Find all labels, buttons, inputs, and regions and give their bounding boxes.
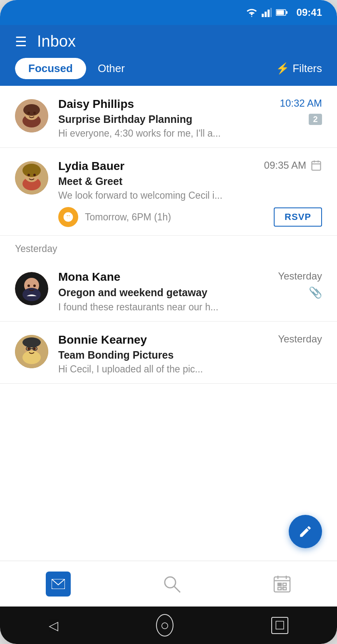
svg-text:20: 20 bbox=[280, 586, 285, 591]
svg-rect-5 bbox=[276, 10, 284, 15]
svg-rect-19 bbox=[312, 162, 321, 170]
sender-name-lydia: Lydia Bauer bbox=[58, 160, 124, 173]
svg-point-10 bbox=[23, 104, 40, 116]
bottom-nav: 20 bbox=[0, 561, 337, 607]
filters-button[interactable]: ⚡ Filters bbox=[276, 62, 322, 75]
avatar-bonnie bbox=[15, 335, 48, 368]
recents-button[interactable]: ☐ bbox=[271, 617, 288, 634]
nav-calendar-button[interactable]: 20 bbox=[273, 575, 291, 593]
svg-line-41 bbox=[174, 587, 180, 592]
calendar-nav-icon: 20 bbox=[273, 575, 291, 593]
avatar-lydia bbox=[15, 161, 48, 195]
nav-mail-button[interactable] bbox=[46, 572, 71, 597]
sender-name-daisy: Daisy Phillips bbox=[58, 97, 134, 111]
svg-point-32 bbox=[22, 351, 41, 364]
event-icon-lydia bbox=[58, 207, 78, 227]
email-subject-mona: Oregon and weekend getaway 📎 bbox=[58, 286, 322, 299]
toolbar: ☰ Inbox Focused Other ⚡ Filters bbox=[0, 25, 337, 86]
svg-point-40 bbox=[165, 577, 176, 588]
tab-row: Focused Other ⚡ Filters bbox=[15, 58, 322, 86]
status-time: 09:41 bbox=[297, 7, 322, 18]
avatar-mona bbox=[15, 272, 48, 305]
email-content-daisy: Daisy Phillips 10:32 AM Surprise Birthda… bbox=[58, 97, 322, 139]
status-icons: 09:41 bbox=[246, 7, 322, 18]
tab-focused[interactable]: Focused bbox=[15, 58, 86, 79]
email-content-bonnie: Bonnie Kearney Yesterday Team Bonding Pi… bbox=[58, 333, 322, 375]
svg-point-12 bbox=[33, 112, 36, 114]
signal-icon bbox=[262, 8, 272, 17]
battery-icon bbox=[276, 9, 287, 16]
email-time-lydia: 09:35 AM bbox=[264, 160, 306, 171]
email-list: Daisy Phillips 10:32 AM Surprise Birthda… bbox=[0, 86, 337, 561]
svg-rect-2 bbox=[268, 10, 270, 17]
email-preview-lydia: We look forward to welcoming Cecil i... bbox=[58, 190, 266, 201]
sender-name-bonnie: Bonnie Kearney bbox=[58, 333, 147, 347]
svg-rect-46 bbox=[278, 583, 281, 586]
svg-point-17 bbox=[27, 174, 30, 176]
back-button[interactable]: ◁ bbox=[49, 618, 58, 633]
email-content-lydia: Lydia Bauer 09:35 AM Meet & bbox=[58, 160, 322, 201]
email-badge-daisy: 2 bbox=[309, 114, 322, 125]
compose-fab[interactable] bbox=[289, 515, 322, 548]
email-time-mona: Yesterday bbox=[278, 270, 322, 282]
bolt-icon: ⚡ bbox=[276, 62, 289, 75]
email-preview-bonnie: Hi Cecil, I uploaded all of the pic... bbox=[58, 364, 266, 375]
email-time-daisy: 10:32 AM bbox=[280, 97, 322, 109]
email-item-lydia[interactable]: Lydia Bauer 09:35 AM Meet & bbox=[0, 148, 337, 236]
sender-name-mona: Mona Kane bbox=[58, 270, 120, 284]
email-subject-lydia: Meet & Greet bbox=[58, 175, 322, 187]
email-preview-daisy: Hi everyone, 4:30 works for me, I'll a..… bbox=[58, 128, 266, 139]
svg-point-38 bbox=[22, 337, 41, 347]
email-item-bonnie[interactable]: Bonnie Kearney Yesterday Team Bonding Pi… bbox=[0, 322, 337, 384]
phone-frame: 09:41 ☰ Inbox Focused Other ⚡ Filters bbox=[0, 0, 337, 644]
svg-rect-24 bbox=[67, 216, 70, 217]
email-item-daisy[interactable]: Daisy Phillips 10:32 AM Surprise Birthda… bbox=[0, 86, 337, 148]
svg-point-28 bbox=[27, 285, 30, 287]
email-preview-mona: I found these restaurants near our h... bbox=[58, 302, 266, 313]
status-bar: 09:41 bbox=[0, 0, 337, 25]
search-nav-icon bbox=[163, 575, 181, 593]
rsvp-button[interactable]: RSVP bbox=[274, 207, 322, 227]
email-subject-bonnie: Team Bonding Pictures bbox=[58, 349, 322, 361]
calendar-icon-lydia bbox=[310, 160, 322, 171]
event-text-lydia: Tomorrow, 6PM (1h) bbox=[85, 212, 267, 223]
wifi-icon bbox=[246, 8, 258, 17]
nav-search-button[interactable] bbox=[163, 575, 181, 593]
event-row-lydia: Tomorrow, 6PM (1h) RSVP bbox=[15, 207, 322, 227]
svg-point-16 bbox=[22, 164, 41, 177]
svg-rect-3 bbox=[270, 8, 272, 17]
email-content-mona: Mona Kane Yesterday Oregon and weekend g… bbox=[58, 270, 322, 313]
email-item-mona[interactable]: Mona Kane Yesterday Oregon and weekend g… bbox=[0, 259, 337, 322]
android-nav-bar: ◁ ○ ☐ bbox=[0, 607, 337, 644]
svg-point-34 bbox=[33, 347, 36, 350]
toolbar-title: Inbox bbox=[37, 32, 322, 50]
svg-rect-0 bbox=[262, 14, 264, 17]
svg-point-18 bbox=[33, 174, 36, 176]
tabs-container: Focused Other bbox=[15, 58, 276, 79]
svg-rect-47 bbox=[283, 583, 286, 586]
hamburger-menu-icon[interactable]: ☰ bbox=[15, 34, 27, 50]
svg-point-29 bbox=[33, 285, 36, 287]
mail-nav-icon bbox=[46, 572, 71, 597]
tab-other[interactable]: Other bbox=[86, 58, 136, 79]
attachment-icon-mona: 📎 bbox=[309, 286, 322, 299]
date-divider: Yesterday bbox=[0, 236, 337, 259]
email-subject-daisy: Surprise Birthday Planning 2 bbox=[58, 113, 322, 125]
filters-label: Filters bbox=[292, 62, 322, 75]
avatar-daisy bbox=[15, 99, 48, 132]
svg-rect-1 bbox=[265, 12, 267, 17]
svg-point-11 bbox=[27, 112, 30, 114]
svg-point-33 bbox=[27, 347, 30, 350]
email-time-bonnie: Yesterday bbox=[278, 333, 322, 345]
home-button[interactable]: ○ bbox=[156, 614, 173, 637]
compose-icon bbox=[298, 524, 312, 539]
svg-rect-6 bbox=[286, 11, 287, 14]
